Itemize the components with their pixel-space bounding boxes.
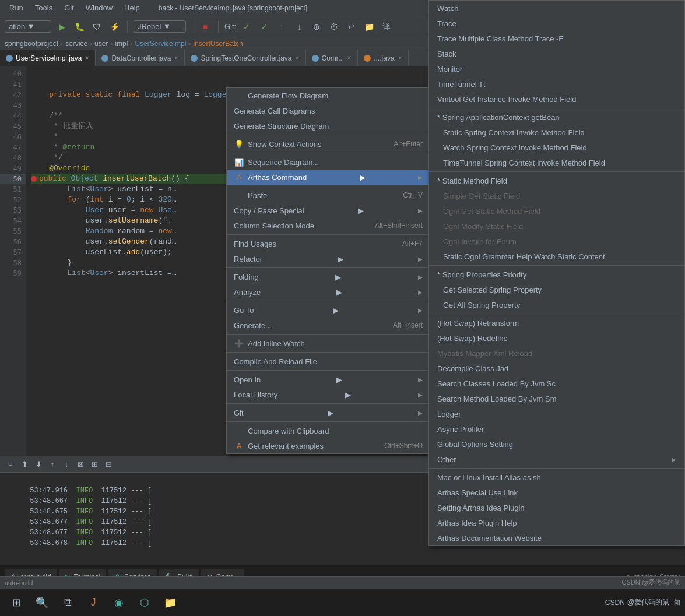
git-check2[interactable]: ✓ — [257, 20, 271, 34]
bc-class[interactable]: UserServiceImpl — [135, 40, 186, 48]
sub-hotswap-redefine[interactable]: (Hot Swap) Redefine — [429, 330, 684, 346]
sub-async-profiler[interactable]: Async Profiler — [429, 421, 684, 437]
sub-mac-install[interactable]: Mac or Linux Install Alias as.sh — [429, 470, 684, 485]
ctx-folding[interactable]: Folding ▶ — [227, 269, 430, 284]
git-folder[interactable]: 📁 — [362, 20, 376, 34]
bc-service[interactable]: service — [65, 40, 87, 48]
tab-close-1[interactable]: ✕ — [174, 55, 178, 61]
ctx-paste[interactable]: Paste Ctrl+V — [227, 188, 430, 203]
ctx-relevant-examples[interactable]: A Get relevant examples Ctrl+Shift+O — [227, 438, 430, 453]
win-explorer[interactable]: 📁 — [159, 591, 182, 614]
console-btn5[interactable]: ↓ — [61, 459, 72, 470]
tab-userserviceimpl[interactable]: UserServiceImpl.java ✕ — [0, 50, 96, 66]
action-dropdown[interactable]: ation ▼ — [5, 20, 51, 33]
sub-stack[interactable]: Stack — [429, 46, 684, 61]
tab-close-4[interactable]: ✕ — [398, 55, 402, 61]
sub-timetunnel-tt[interactable]: TimeTunnel Tt — [429, 76, 684, 91]
sub-watch-spring[interactable]: Watch Spring Context Invoke Method Field — [429, 140, 684, 155]
menu-git[interactable]: Git — [59, 2, 79, 13]
ctx-open-in[interactable]: Open In ▶ — [227, 372, 430, 387]
tab-datacontroller[interactable]: DataController.java ✕ — [96, 50, 185, 66]
sub-other[interactable]: Other — [429, 452, 684, 467]
sub-arthas-special[interactable]: Arthas Special Use Link — [429, 485, 684, 500]
sub-ognl-enum[interactable]: Ognl Invoke for Enum — [429, 234, 684, 249]
bc-method[interactable]: insertUserBatch — [193, 40, 243, 48]
sub-hotswap-retrans[interactable]: (Hot Swap) Retransform — [429, 315, 684, 330]
sub-arthas-help[interactable]: Arthas Idea Plugin Help — [429, 515, 684, 530]
menu-window[interactable]: Window — [81, 2, 117, 13]
tab-close-0[interactable]: ✕ — [85, 55, 89, 61]
menu-help[interactable]: Help — [120, 2, 145, 13]
console-btn8[interactable]: ⊟ — [103, 459, 114, 470]
win-search[interactable]: 🔍 — [30, 591, 54, 614]
ctx-copy-paste[interactable]: Copy / Paste Special ▶ — [227, 203, 430, 218]
menu-tools[interactable]: Tools — [30, 2, 57, 13]
console-btn6[interactable]: ⊠ — [75, 459, 86, 470]
sub-trace[interactable]: Trace — [429, 16, 684, 31]
win-task-view[interactable]: ⧉ — [56, 591, 79, 614]
git-merge[interactable]: ⊕ — [310, 20, 324, 34]
stop-button[interactable]: ■ — [198, 20, 212, 34]
ctx-generate-struct[interactable]: Generate Structure Diagram — [227, 118, 430, 133]
sub-static-spring[interactable]: Static Spring Context Invoke Method Fiel… — [429, 125, 684, 140]
console-btn2[interactable]: ⬆ — [19, 459, 30, 470]
ctx-sequence[interactable]: 📊 Sequence Diagram... — [227, 154, 430, 170]
ctx-local-history[interactable]: Local History ▶ — [227, 387, 430, 402]
ctx-refactor[interactable]: Refactor ▶ — [227, 251, 430, 266]
sub-setting-arthas[interactable]: Setting Arthas Idea Plugin — [429, 500, 684, 515]
tab-extra[interactable]: ....java ✕ — [358, 50, 408, 66]
git-pull[interactable]: ↓ — [292, 20, 306, 34]
sub-vmtool[interactable]: Vmtool Get Instance Invoke Method Field — [429, 91, 684, 107]
tab-comr[interactable]: Comr... ✕ — [306, 50, 359, 66]
console-btn1[interactable]: ≡ — [5, 459, 16, 470]
win-vscode[interactable]: ⬡ — [133, 591, 156, 614]
console-btn3[interactable]: ⬇ — [33, 459, 44, 470]
sub-monitor[interactable]: Monitor — [429, 61, 684, 76]
sub-get-all-spring[interactable]: Get All Spring Property — [429, 297, 684, 312]
debug-button[interactable]: 🐛 — [72, 20, 86, 34]
sub-mybatis[interactable]: Mybatis Mapper Xml Reload — [429, 346, 684, 361]
console-btn7[interactable]: ⊞ — [89, 459, 100, 470]
sub-search-method[interactable]: Search Method Loaded By Jvm Sm — [429, 391, 684, 406]
sub-search-classes[interactable]: Search Classes Loaded By Jvm Sc — [429, 376, 684, 391]
menu-run[interactable]: Run — [5, 2, 28, 13]
bc-user[interactable]: user — [94, 40, 108, 48]
win-start[interactable]: ⊞ — [5, 591, 28, 614]
sub-logger[interactable]: Logger — [429, 406, 684, 421]
sub-timetunnel-spring[interactable]: TimeTunnel Spring Context Invoke Method … — [429, 155, 684, 170]
ctx-compare-clipboard[interactable]: Compare with Clipboard — [227, 423, 430, 438]
sub-global-options[interactable]: Global Options Setting — [429, 437, 684, 452]
git-history[interactable]: ⏱ — [327, 20, 341, 34]
sub-arthas-doc[interactable]: Arthas Documentation Website — [429, 530, 684, 545]
tab-close-2[interactable]: ✕ — [295, 55, 300, 61]
ctx-show-context[interactable]: 💡 Show Context Actions Alt+Enter — [227, 136, 430, 152]
sub-ognl-modify[interactable]: Ognl Modify Static Field — [429, 219, 684, 234]
ctx-compile[interactable]: Compile And Reload File — [227, 354, 430, 369]
git-revert[interactable]: ↩ — [345, 20, 359, 34]
translate-btn[interactable]: 译 — [380, 20, 394, 34]
tab-springtest[interactable]: SpringTestOneController.java ✕ — [185, 50, 305, 66]
sub-simple-get[interactable]: Simple Get Static Field — [429, 188, 684, 203]
win-intellij[interactable]: J — [82, 591, 105, 614]
ctx-find-usages[interactable]: Find Usages Alt+F7 — [227, 236, 430, 251]
coverage-button[interactable]: 🛡 — [90, 20, 104, 34]
ctx-inline-watch[interactable]: ➕ Add Inline Watch — [227, 336, 430, 351]
bc-project[interactable]: springbootproject — [5, 40, 58, 48]
ctx-git[interactable]: Git ▶ — [227, 405, 430, 420]
git-push[interactable]: ↑ — [275, 20, 289, 34]
sub-watch[interactable]: Watch — [429, 1, 684, 16]
tab-close-3[interactable]: ✕ — [347, 55, 352, 61]
jrebel-dropdown[interactable]: JRebel ▼ — [134, 20, 186, 33]
ctx-arthas[interactable]: A Arthas Command ▶ — [227, 170, 430, 185]
git-check1[interactable]: ✓ — [240, 20, 254, 34]
ctx-column-sel[interactable]: Column Selection Mode Alt+Shift+Insert — [227, 218, 430, 233]
sub-get-selected-spring[interactable]: Get Selected Spring Property — [429, 282, 684, 297]
sub-trace-multiple[interactable]: Trace Multiple Class Method Trace -E — [429, 31, 684, 46]
run-button[interactable]: ▶ — [55, 20, 69, 34]
sub-decompile[interactable]: Decompile Class Jad — [429, 361, 684, 376]
ctx-goto[interactable]: Go To ▶ — [227, 302, 430, 318]
profile-button[interactable]: ⚡ — [107, 20, 121, 34]
ctx-analyze[interactable]: Analyze ▶ — [227, 284, 430, 300]
win-chrome[interactable]: ◉ — [107, 591, 131, 614]
console-btn4[interactable]: ↑ — [47, 459, 58, 470]
